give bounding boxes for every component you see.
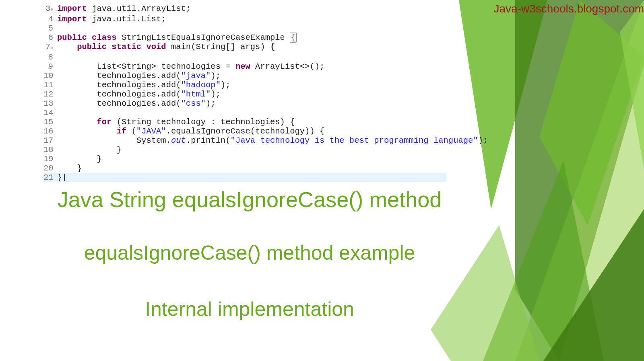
line-number: 4 [43, 14, 56, 24]
line-number: 5 [43, 24, 56, 33]
code-line: 4import java.util.List; [43, 14, 446, 24]
code-content [56, 53, 57, 62]
line-number: 12 [43, 90, 56, 99]
code-content: } [56, 154, 102, 164]
code-line: 12 technologies.add("html"); [43, 90, 446, 99]
svg-marker-3 [539, 0, 644, 225]
code-content: public class StringListEqualsIgnoreCaseE… [56, 33, 297, 42]
line-number: 20 [43, 164, 56, 173]
svg-marker-6 [543, 209, 644, 361]
code-content: technologies.add("css"); [56, 99, 216, 108]
code-line: 13 technologies.add("css"); [43, 99, 446, 108]
svg-marker-0 [459, 0, 547, 209]
heading-subtitle-2: Internal implementation [24, 297, 475, 321]
line-number: 6 [43, 33, 56, 42]
code-line: 7⊖ public static void main(String[] args… [43, 42, 446, 53]
line-number: 21 [43, 173, 56, 182]
code-content: public static void main(String[] args) { [56, 42, 275, 53]
code-content: technologies.add("hadoop"); [56, 80, 231, 90]
code-line: 21}| [43, 173, 446, 182]
code-content: import java.util.List; [56, 14, 166, 24]
svg-marker-4 [483, 161, 604, 361]
code-line: 14 [43, 108, 446, 117]
line-number: 3⊖ [43, 4, 56, 14]
line-number: 9 [43, 62, 56, 71]
line-number: 14 [43, 108, 56, 117]
code-line: 20 } [43, 164, 446, 173]
code-content: System.out.println("Java technology is t… [56, 136, 488, 145]
line-number: 18 [43, 145, 56, 154]
svg-marker-1 [515, 0, 644, 361]
code-line: 8 [43, 53, 446, 62]
code-line: 17 System.out.println("Java technology i… [43, 136, 446, 145]
line-number: 19 [43, 154, 56, 164]
code-line: 10 technologies.add("java"); [43, 71, 446, 80]
code-line: 3⊖import java.util.ArrayList; [43, 4, 446, 14]
code-content: } [56, 145, 122, 154]
code-content: List<String> technologies = new ArrayLis… [56, 62, 324, 71]
line-number: 16 [43, 127, 56, 136]
code-line: 18 } [43, 145, 446, 154]
code-content: } [56, 164, 82, 173]
line-number: 8 [43, 53, 56, 62]
line-number: 11 [43, 80, 56, 90]
heading-title: Java String equalsIgnoreCase() method [24, 187, 475, 212]
code-editor: 3⊖import java.util.ArrayList;4import jav… [43, 4, 446, 182]
code-content: import java.util.ArrayList; [56, 4, 191, 14]
svg-marker-2 [515, 0, 644, 361]
svg-marker-7 [620, 0, 644, 169]
code-content [56, 24, 57, 33]
code-line: 11 technologies.add("hadoop"); [43, 80, 446, 90]
code-content: technologies.add("html"); [56, 90, 221, 99]
code-content: for (String technology : technologies) { [56, 117, 295, 127]
line-number: 13 [43, 99, 56, 108]
line-number: 10 [43, 71, 56, 80]
line-number: 17 [43, 136, 56, 145]
code-content: if ("JAVA".equalsIgnoreCase(technology))… [56, 127, 324, 136]
code-content: }| [56, 173, 67, 182]
heading-subtitle-1: equalsIgnoreCase() method example [24, 241, 475, 265]
line-number: 15 [43, 117, 56, 127]
code-line: 15 for (String technology : technologies… [43, 117, 446, 127]
code-line: 5 [43, 24, 446, 33]
code-line: 19 } [43, 154, 446, 164]
line-number: 7⊖ [43, 42, 56, 53]
code-content [56, 108, 57, 117]
code-content: technologies.add("java"); [56, 71, 221, 80]
code-line: 9 List<String> technologies = new ArrayL… [43, 62, 446, 71]
watermark-text: Java-w3schools.blogspot.com [493, 2, 644, 15]
code-line: 6public class StringListEqualsIgnoreCase… [43, 33, 446, 42]
code-line: 16 if ("JAVA".equalsIgnoreCase(technolog… [43, 127, 446, 136]
